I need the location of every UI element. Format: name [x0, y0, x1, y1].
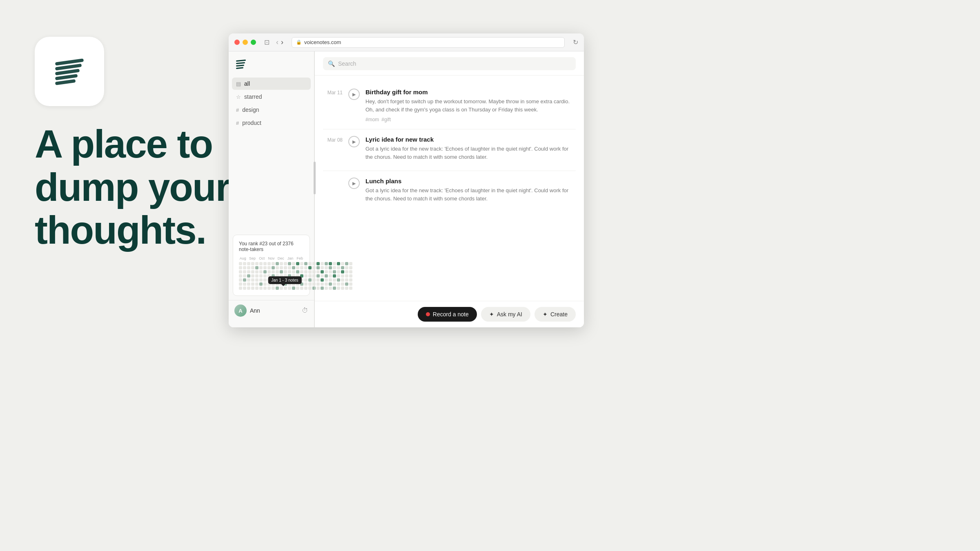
day-cell[interactable] [321, 270, 324, 273]
day-cell[interactable] [288, 262, 291, 265]
day-cell[interactable] [267, 266, 271, 269]
day-cell[interactable] [259, 282, 263, 286]
day-cell[interactable] [345, 270, 348, 273]
close-button[interactable] [234, 40, 240, 45]
day-cell[interactable] [272, 270, 275, 273]
day-cell[interactable] [243, 274, 246, 278]
day-cell[interactable] [329, 282, 332, 286]
day-cell[interactable] [316, 262, 320, 265]
day-cell[interactable] [243, 270, 246, 273]
day-cell[interactable] [247, 282, 250, 286]
day-cell[interactable] [349, 282, 352, 286]
day-cell[interactable] [263, 262, 267, 265]
day-cell[interactable] [341, 266, 344, 269]
day-cell[interactable] [312, 282, 316, 286]
day-cell[interactable] [325, 262, 328, 265]
sidebar-toggle-icon[interactable]: ⊡ [264, 38, 270, 46]
day-cell[interactable] [259, 270, 263, 273]
day-cell[interactable] [333, 262, 336, 265]
day-cell[interactable] [325, 274, 328, 278]
day-cell[interactable] [316, 270, 320, 273]
day-cell[interactable] [308, 262, 312, 265]
day-cell[interactable] [337, 274, 340, 278]
day-cell[interactable] [280, 287, 283, 290]
day-cell[interactable] [263, 270, 267, 273]
day-cell[interactable] [312, 274, 316, 278]
day-cell[interactable] [243, 282, 246, 286]
day-cell[interactable] [329, 274, 332, 278]
day-cell[interactable] [316, 287, 320, 290]
day-cell[interactable] [292, 287, 295, 290]
day-cell[interactable] [345, 266, 348, 269]
day-cell[interactable] [304, 266, 307, 269]
day-cell[interactable] [341, 287, 344, 290]
day-cell[interactable] [304, 274, 307, 278]
day-cell[interactable] [263, 274, 267, 278]
day-cell[interactable] [259, 262, 263, 265]
play-button[interactable]: ▶ [348, 178, 360, 189]
day-cell[interactable] [263, 266, 267, 269]
day-cell[interactable] [337, 270, 340, 273]
day-cell[interactable] [337, 282, 340, 286]
forward-button[interactable]: › [281, 38, 283, 47]
day-cell[interactable] [272, 287, 275, 290]
day-cell[interactable] [316, 278, 320, 282]
day-cell[interactable] [247, 262, 250, 265]
day-cell[interactable] [325, 287, 328, 290]
day-cell[interactable] [304, 282, 307, 286]
day-cell[interactable] [288, 270, 291, 273]
day-cell[interactable] [251, 274, 254, 278]
day-cell[interactable] [329, 287, 332, 290]
day-cell[interactable] [276, 266, 279, 269]
day-cell[interactable] [312, 266, 316, 269]
day-cell[interactable] [272, 266, 275, 269]
day-cell[interactable] [251, 282, 254, 286]
day-cell[interactable] [255, 270, 258, 273]
day-cell[interactable] [308, 266, 312, 269]
day-cell[interactable] [321, 287, 324, 290]
day-cell[interactable] [308, 287, 312, 290]
day-cell[interactable] [300, 262, 303, 265]
day-cell[interactable] [304, 262, 307, 265]
settings-icon[interactable]: ⏱ [302, 307, 308, 314]
day-cell[interactable] [276, 262, 279, 265]
day-cell[interactable] [333, 287, 336, 290]
day-cell[interactable] [239, 270, 242, 273]
minimize-button[interactable] [243, 40, 248, 45]
day-cell[interactable] [296, 266, 299, 269]
day-cell[interactable] [345, 278, 348, 282]
day-cell[interactable] [341, 274, 344, 278]
day-cell[interactable] [337, 287, 340, 290]
day-cell[interactable] [345, 274, 348, 278]
day-cell[interactable] [284, 266, 287, 269]
day-cell[interactable] [312, 270, 316, 273]
day-cell[interactable] [284, 287, 287, 290]
create-button[interactable]: ✦ Create [535, 307, 576, 322]
day-cell[interactable] [333, 282, 336, 286]
day-cell[interactable] [239, 287, 242, 290]
day-cell[interactable] [239, 282, 242, 286]
day-cell[interactable] [251, 266, 254, 269]
day-cell[interactable] [267, 287, 271, 290]
day-cell[interactable] [292, 266, 295, 269]
day-cell[interactable] [321, 278, 324, 282]
note-item[interactable]: ▶ Lunch plans Got a lyric idea for the n… [323, 171, 576, 212]
back-button[interactable]: ‹ [276, 38, 278, 47]
day-cell[interactable] [280, 266, 283, 269]
day-cell[interactable] [267, 262, 271, 265]
day-cell[interactable] [292, 270, 295, 273]
day-cell[interactable] [337, 266, 340, 269]
day-cell[interactable] [255, 266, 258, 269]
day-cell[interactable] [239, 274, 242, 278]
day-cell[interactable] [349, 287, 352, 290]
day-cell[interactable] [296, 287, 299, 290]
day-cell[interactable] [321, 282, 324, 286]
day-cell[interactable] [247, 270, 250, 273]
day-cell[interactable] [341, 278, 344, 282]
day-cell[interactable] [267, 270, 271, 273]
day-cell[interactable] [255, 274, 258, 278]
day-cell[interactable] [325, 282, 328, 286]
day-cell[interactable] [292, 262, 295, 265]
sidebar-item-design[interactable]: # design [232, 104, 311, 116]
sidebar-item-product[interactable]: # product [232, 117, 311, 129]
